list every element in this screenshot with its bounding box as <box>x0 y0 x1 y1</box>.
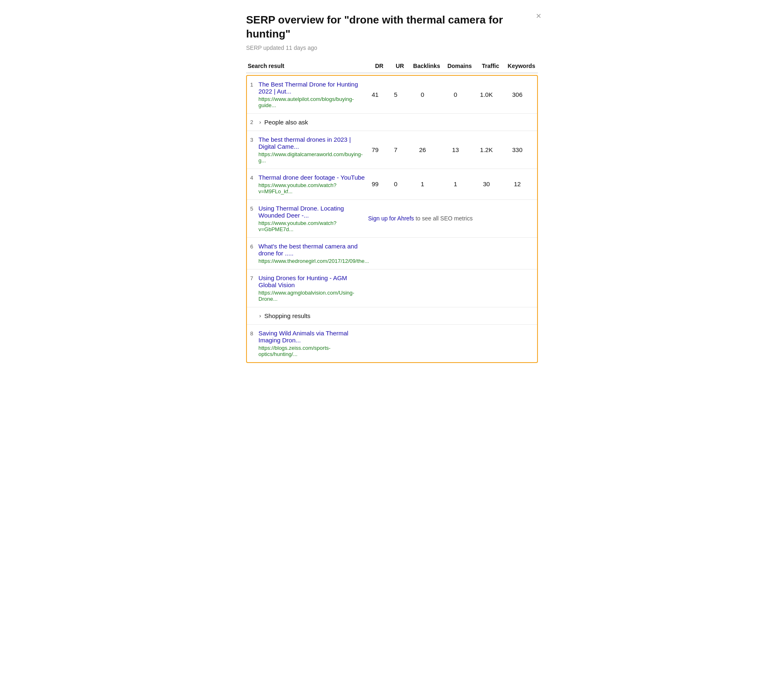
result-num: 4 <box>250 175 256 181</box>
table-row: 7 Using Drones for Hunting - AGM Global … <box>247 269 537 307</box>
col-traffic: Traffic <box>476 63 505 69</box>
result-title-5[interactable]: Using Thermal Drone. Locating Wounded De… <box>258 205 365 219</box>
result-num: 2 <box>250 119 256 125</box>
result-num: 5 <box>250 206 256 212</box>
table-row: 5 Using Thermal Drone. Locating Wounded … <box>247 200 537 238</box>
result-info: 6 What's the best thermal camera and dro… <box>250 243 369 264</box>
result-title-6[interactable]: What's the best thermal camera and drone… <box>258 243 369 257</box>
close-button[interactable]: × <box>536 12 541 21</box>
serp-overview-modal: × SERP overview for "drone with thermal … <box>231 0 553 376</box>
metric-domains-4: 1 <box>439 180 472 187</box>
result-url-7: https://www.agmglobalvision.com/Using-Dr… <box>250 290 365 302</box>
metric-backlinks-1: 0 <box>406 91 439 98</box>
metric-traffic-1: 1.0K <box>472 91 501 98</box>
col-search-result: Search result <box>246 63 369 69</box>
result-num: 7 <box>250 275 256 281</box>
metric-keywords-4: 12 <box>501 180 534 187</box>
metric-domains-3: 13 <box>439 146 472 153</box>
result-url-5: https://www.youtube.com/watch?v=GbPME7d.… <box>250 220 365 232</box>
metric-traffic-4: 30 <box>472 180 501 187</box>
result-url-3: https://www.digitalcameraworld.com/buyin… <box>250 151 365 164</box>
people-also-ask-label: People also ask <box>264 119 308 126</box>
metric-keywords-1: 306 <box>501 91 534 98</box>
table-row: 8 Saving Wild Animals via Thermal Imagin… <box>247 325 537 362</box>
result-title-1[interactable]: The Best Thermal Drone for Hunting 2022 … <box>258 81 365 95</box>
result-num: 8 <box>250 330 256 337</box>
metric-backlinks-3: 26 <box>406 146 439 153</box>
metric-dr-4: 99 <box>365 180 385 187</box>
result-info: 7 Using Drones for Hunting - AGM Global … <box>250 274 365 302</box>
result-url-6: https://www.thedronegirl.com/2017/12/09/… <box>250 258 369 264</box>
shopping-results-row[interactable]: › Shopping results <box>247 307 537 325</box>
result-num: 6 <box>250 243 256 250</box>
col-domains: Domains <box>443 63 476 69</box>
table-header: Search result DR UR Backlinks Domains Tr… <box>246 63 538 73</box>
result-title-8[interactable]: Saving Wild Animals via Thermal Imaging … <box>258 330 365 344</box>
result-num: 3 <box>250 137 256 143</box>
metric-ur-1: 5 <box>385 91 406 98</box>
signup-link[interactable]: Sign up for Ahrefs <box>368 215 414 222</box>
result-info: 3 The best thermal drones in 2023 | Digi… <box>250 136 365 164</box>
result-title-4[interactable]: Thermal drone deer footage - YouTube <box>258 174 365 181</box>
metric-ur-4: 0 <box>385 180 406 187</box>
metric-keywords-3: 330 <box>501 146 534 153</box>
col-dr: DR <box>369 63 390 69</box>
signup-message: Sign up for Ahrefs to see all SEO metric… <box>365 215 534 222</box>
metric-ur-3: 7 <box>385 146 406 153</box>
serp-table: Search result DR UR Backlinks Domains Tr… <box>246 63 538 363</box>
result-url-4: https://www.youtube.com/watch?v=M9FLo_kf… <box>250 182 365 194</box>
people-also-ask-row[interactable]: 2 › People also ask <box>247 114 537 131</box>
chevron-right-icon: › <box>259 119 261 125</box>
highlighted-group: 1 The Best Thermal Drone for Hunting 202… <box>246 75 538 363</box>
modal-title: SERP overview for "drone with thermal ca… <box>246 13 526 41</box>
table-row: 6 What's the best thermal camera and dro… <box>247 238 537 269</box>
col-ur: UR <box>390 63 410 69</box>
result-title-3[interactable]: The best thermal drones in 2023 | Digita… <box>258 136 365 150</box>
result-info: 4 Thermal drone deer footage - YouTube h… <box>250 174 365 194</box>
metric-dr-1: 41 <box>365 91 385 98</box>
col-keywords: Keywords <box>505 63 538 69</box>
result-info: 8 Saving Wild Animals via Thermal Imagin… <box>250 330 365 357</box>
result-title-7[interactable]: Using Drones for Hunting - AGM Global Vi… <box>258 274 365 288</box>
col-backlinks: Backlinks <box>410 63 443 69</box>
table-row: 4 Thermal drone deer footage - YouTube h… <box>247 169 537 200</box>
shopping-label: Shopping results <box>264 312 310 319</box>
metric-domains-1: 0 <box>439 91 472 98</box>
table-row: 1 The Best Thermal Drone for Hunting 202… <box>247 76 537 114</box>
signup-suffix: to see all SEO metrics <box>414 215 472 222</box>
metric-traffic-3: 1.2K <box>472 146 501 153</box>
result-url-8: https://blogs.zeiss.com/sports-optics/hu… <box>250 345 365 357</box>
result-url-1: https://www.autelpilot.com/blogs/buying-… <box>250 96 365 108</box>
chevron-right-icon: › <box>259 313 261 319</box>
result-info: 5 Using Thermal Drone. Locating Wounded … <box>250 205 365 232</box>
metric-dr-3: 79 <box>365 146 385 153</box>
modal-subtitle: SERP updated 11 days ago <box>246 44 538 51</box>
result-num: 1 <box>250 82 256 88</box>
table-row: 3 The best thermal drones in 2023 | Digi… <box>247 131 537 169</box>
result-info: 1 The Best Thermal Drone for Hunting 202… <box>250 81 365 108</box>
metric-backlinks-4: 1 <box>406 180 439 187</box>
